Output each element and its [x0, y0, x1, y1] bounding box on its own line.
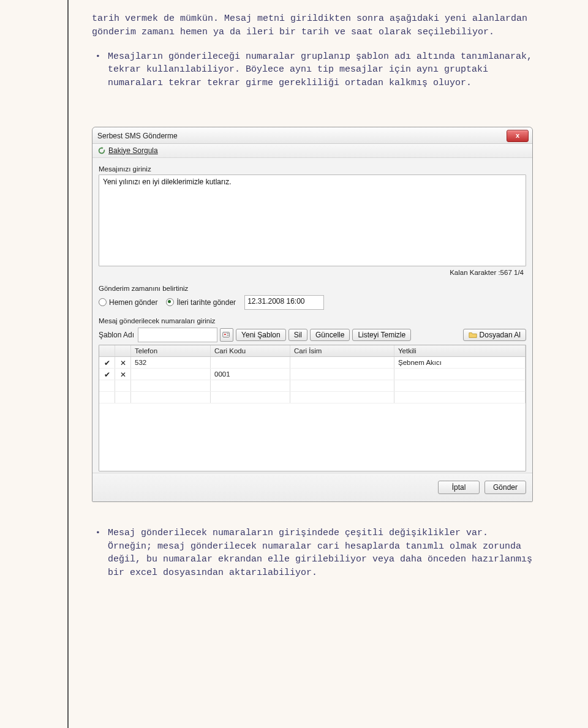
sms-dialog: Serbest SMS Gönderme x Bakiye Sorgula Me… — [92, 127, 533, 502]
bullet-icon: • — [96, 51, 100, 63]
radio-send-now-label: Hemen gönder — [109, 298, 157, 307]
radio-send-now[interactable]: Hemen gönder — [99, 298, 157, 307]
table-row[interactable]: ✔ ✕ 532 Şebnem Akıcı — [99, 357, 526, 369]
row-delete-icon[interactable]: ✕ — [115, 369, 131, 380]
bullet-icon: • — [96, 528, 100, 539]
cell-yetkili[interactable]: Şebnem Akıcı — [394, 357, 526, 368]
from-file-button[interactable]: Dosyadan Al — [463, 329, 526, 341]
cell-cari-isim[interactable] — [290, 369, 394, 380]
balance-query-link[interactable]: Bakiye Sorgula — [108, 146, 158, 155]
radio-send-later[interactable]: İleri tarihte gönder — [166, 298, 236, 307]
update-button[interactable]: Güncelle — [310, 329, 350, 341]
row-check-icon[interactable]: ✔ — [99, 369, 115, 380]
paragraph-1: tarih vermek de mümkün. Mesaj metni giri… — [92, 12, 533, 39]
th-yetkili: Yetkili — [394, 345, 526, 356]
th-telefon: Telefon — [131, 345, 211, 356]
svg-point-1 — [224, 334, 226, 336]
close-button[interactable]: x — [507, 130, 529, 142]
page-left-margin-line — [67, 0, 69, 728]
paragraph-3: • Mesaj gönderilecek numaraların girişin… — [92, 527, 533, 580]
radio-dot-icon — [99, 298, 107, 306]
template-name-label: Şablon Adı — [99, 331, 134, 339]
row-delete-icon[interactable]: ✕ — [115, 357, 131, 368]
table-row[interactable] — [99, 392, 526, 403]
toolbar: Bakiye Sorgula — [92, 144, 532, 158]
svg-rect-3 — [227, 335, 229, 336]
delete-button[interactable]: Sil — [288, 329, 307, 341]
table-empty-area — [99, 403, 526, 471]
paragraph-2-text: Mesajların gönderileceği numaralar grupl… — [108, 51, 532, 89]
numbers-label: Mesaj gönderilecek numaraları giriniz — [99, 317, 526, 325]
radio-send-later-label: İleri tarihte gönder — [176, 298, 236, 307]
dialog-footer: İptal Gönder — [92, 473, 532, 501]
cell-telefon[interactable] — [131, 369, 211, 380]
template-lookup-button[interactable] — [220, 328, 233, 342]
th-cari-isim: Cari İsim — [290, 345, 394, 356]
template-name-input[interactable] — [138, 328, 217, 342]
cell-cari-kodu[interactable] — [211, 357, 290, 368]
paragraph-3-text: Mesaj gönderilecek numaraların girişinde… — [108, 528, 532, 578]
char-counter: Kalan Karakter :567 1/4 — [99, 266, 526, 281]
cell-cari-kodu[interactable]: 0001 — [211, 369, 290, 380]
paragraph-2: • Mesajların gönderileceği numaralar gru… — [92, 50, 533, 90]
th-cari-kodu: Cari Kodu — [211, 345, 290, 356]
radio-dot-checked-icon — [166, 298, 174, 306]
table-row[interactable]: ✔ ✕ 0001 — [99, 369, 526, 380]
folder-open-icon — [469, 331, 477, 339]
send-button[interactable]: Gönder — [484, 481, 526, 494]
row-check-icon[interactable]: ✔ — [99, 357, 115, 368]
numbers-table: Telefon Cari Kodu Cari İsim Yetkili ✔ ✕ … — [99, 345, 526, 471]
table-header: Telefon Cari Kodu Cari İsim Yetkili — [99, 345, 526, 357]
cell-yetkili[interactable] — [394, 369, 526, 380]
message-label: Mesajınızı giriniz — [99, 165, 526, 173]
table-row[interactable] — [99, 380, 526, 392]
cell-cari-isim[interactable] — [290, 357, 394, 368]
new-template-button[interactable]: Yeni Şablon — [236, 329, 286, 341]
cell-telefon[interactable]: 532 — [131, 357, 211, 368]
titlebar: Serbest SMS Gönderme x — [92, 127, 532, 144]
from-file-label: Dosyadan Al — [480, 331, 521, 339]
svg-rect-0 — [223, 332, 230, 337]
message-textarea[interactable]: Yeni yılınızı en iyi dileklerimizle kutl… — [99, 174, 526, 266]
card-lookup-icon — [222, 331, 231, 339]
cancel-button[interactable]: İptal — [438, 481, 480, 494]
dialog-title: Serbest SMS Gönderme — [97, 132, 178, 140]
refresh-icon — [97, 146, 106, 155]
clear-list-button[interactable]: Listeyi Temizle — [352, 329, 411, 341]
send-time-label: Gönderim zamanını belirtiniz — [99, 285, 526, 292]
send-date-input[interactable]: 12.31.2008 16:00 — [244, 295, 324, 310]
svg-rect-2 — [227, 333, 229, 334]
